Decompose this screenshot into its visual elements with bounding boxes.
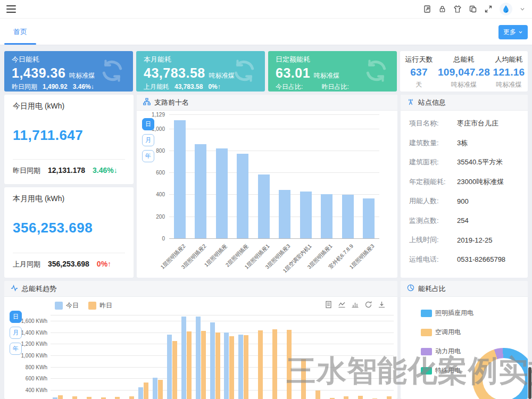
site-info-row: 年定额能耗:23000吨标准煤 — [409, 172, 519, 192]
pie-icon — [407, 284, 414, 293]
menu-toggle-icon[interactable] — [6, 5, 16, 13]
pulse-icon — [11, 284, 18, 293]
period-button-0[interactable]: 日 — [142, 118, 154, 130]
site-panel-header: 站点信息 — [401, 95, 528, 111]
tab-home[interactable]: 首页 — [4, 19, 36, 45]
period-button-2[interactable]: 年 — [10, 343, 22, 355]
site-info-value: 254 — [457, 217, 469, 225]
restore-icon[interactable] — [364, 301, 372, 309]
site-info-label: 建筑面积: — [409, 157, 457, 167]
site-info-row: 建筑数量:3栋 — [409, 134, 519, 153]
kpi-sub-percent: 0%↑ — [208, 83, 220, 90]
site-info-value: 900 — [457, 197, 469, 205]
y-tick-label: 1,129 — [137, 112, 165, 118]
gridline — [51, 390, 394, 390]
trend-bar-今日 — [167, 335, 172, 399]
trend-bar-今日 — [153, 378, 157, 399]
trend-bar-昨日 — [72, 396, 77, 399]
period-button-1[interactable]: 月 — [10, 327, 22, 339]
stat-value: 109,047.28 — [438, 66, 490, 78]
pie-legend-label: 照明插座用电 — [435, 309, 473, 318]
tool-clipboard-icon[interactable] — [423, 5, 431, 13]
stat-label: 运行天数 — [400, 55, 438, 64]
lock-icon[interactable] — [438, 5, 446, 13]
pie-legend-item[interactable]: 动力用电 — [421, 347, 473, 356]
stat-label: 总能耗 — [438, 55, 490, 64]
pie-legend-label: 空调用电 — [435, 328, 461, 337]
pie-panel-title: 能耗占比 — [418, 284, 446, 294]
pie-legend-label: 特殊用电 — [435, 366, 461, 375]
kpi-value: 1,439.36 — [12, 65, 65, 81]
period-button-2[interactable]: 年 — [142, 150, 154, 162]
trend-bar-昨日 — [315, 390, 320, 399]
site-info-row: 建筑面积:35540.5平方米 — [409, 153, 519, 172]
pie-legend-item[interactable]: 空调用电 — [421, 328, 473, 337]
tab-bar: 首页 更多 — [0, 19, 532, 45]
download-icon[interactable] — [378, 301, 386, 309]
branch-bar — [363, 198, 375, 238]
trend-bar-昨日 — [129, 396, 134, 399]
period-button-1[interactable]: 月 — [142, 134, 154, 146]
usage-sub-label: 上月同期 — [13, 260, 40, 269]
kpi-sub-value: 43,783.58 — [174, 83, 203, 90]
trend-bar-今日 — [238, 335, 243, 399]
trend-bar-今日 — [138, 387, 143, 399]
more-button[interactable]: 更多 — [498, 25, 528, 39]
bar-chart-icon[interactable] — [351, 301, 359, 309]
y-tick-label: 600 — [137, 170, 165, 176]
branch-top10-chart: 日月年 02004006008001,0001,1291层照明插座23层照明插座… — [137, 111, 397, 277]
kpi-card-daily-quota-energy: 日定额能耗 63.01吨标准煤 今日占比: 2,284.2% 昨日占比: 2,3… — [268, 51, 397, 92]
line-chart-icon[interactable] — [338, 301, 346, 309]
trend-bar-昨日 — [115, 397, 120, 399]
top-bar — [0, 0, 532, 19]
pie-legend-item[interactable]: 特殊用电 — [421, 366, 473, 375]
data-view-icon[interactable] — [325, 301, 332, 309]
theme-shirt-icon[interactable] — [453, 5, 462, 13]
stat-unit: 天 — [400, 80, 438, 89]
branch-bar — [279, 190, 290, 238]
branch-bar — [174, 120, 186, 238]
tab-active-indicator — [4, 43, 36, 45]
refresh-icon — [99, 57, 126, 86]
trend-bar-昨日 — [287, 330, 292, 399]
pie-legend-label: 动力用电 — [435, 347, 461, 356]
gridline — [169, 114, 379, 115]
divider — [13, 159, 125, 160]
stat-running-days: 运行天数 637 天 — [400, 55, 438, 92]
gridline — [51, 378, 394, 379]
gridline — [51, 321, 394, 321]
row-bottom: 总能耗趋势 今日昨日 日月年 400 KWh600 KWh800 KWh1,00… — [4, 281, 528, 399]
trend-bar-昨日 — [244, 335, 248, 399]
y-tick-label: 0 — [137, 236, 165, 242]
gridline — [51, 355, 394, 356]
logo-water-drop[interactable] — [500, 3, 512, 15]
legend-swatch — [421, 310, 432, 317]
y-tick-label: 200 — [137, 213, 165, 219]
site-info-row: 监测点数:254 — [409, 211, 519, 231]
trend-bar-昨日 — [344, 396, 348, 399]
legend-item[interactable]: 今日 — [55, 301, 79, 310]
period-button-0[interactable]: 日 — [10, 311, 22, 323]
site-info-list: 项目名称:枣庄市台儿庄建筑数量:3栋建筑面积:35540.5平方米年定额能耗:2… — [401, 111, 528, 272]
trend-chart: 今日昨日 日月年 400 KWh600 KWh800 KWh1,000 KWh1… — [4, 297, 397, 399]
branch-bar — [300, 192, 312, 238]
copy-icon[interactable] — [469, 5, 477, 13]
kpi-unit: 吨标准煤 — [314, 71, 339, 80]
kpi-value: 43,783.58 — [144, 65, 205, 81]
stat-unit: 吨标准煤 — [490, 80, 528, 89]
legend-item[interactable]: 昨日 — [88, 301, 112, 310]
kpi-sub-percent: 3.46%↓ — [73, 83, 94, 90]
vertical-scrollbar-thumb[interactable] — [528, 367, 531, 399]
kpi-unit: 吨标准煤 — [69, 71, 95, 80]
usage-value: 356,253.698 — [13, 220, 125, 236]
branch-icon — [143, 98, 151, 107]
legend-swatch — [421, 367, 432, 375]
trend-period-buttons: 日月年 — [10, 311, 22, 355]
pie-legend-item[interactable]: 照明插座用电 — [421, 309, 473, 318]
trend-panel-title: 总能耗趋势 — [22, 284, 56, 294]
fullscreen-icon[interactable] — [484, 5, 493, 13]
stat-total-energy: 总能耗 109,047.28 吨标准煤 — [438, 55, 490, 92]
site-info-label: 年定额能耗: — [409, 177, 457, 187]
chevron-down-icon[interactable] — [519, 6, 526, 12]
y-tick-label: 800 KWh — [4, 364, 47, 370]
